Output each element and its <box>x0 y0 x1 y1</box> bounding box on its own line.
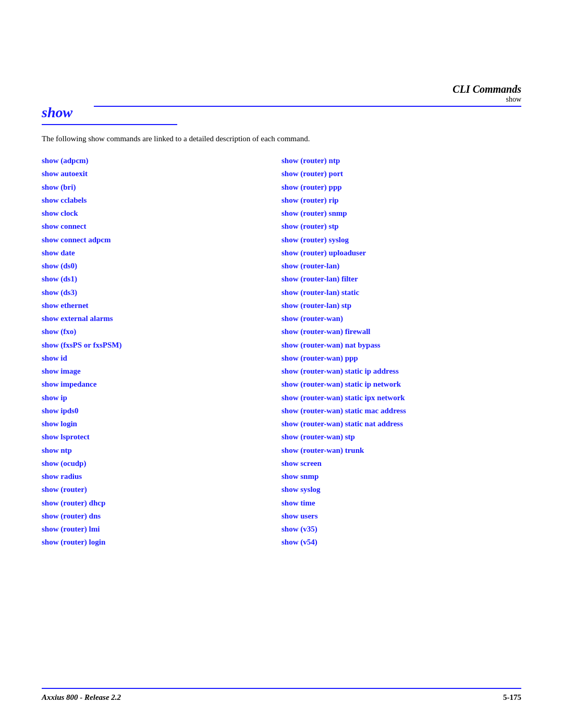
intro-text: The following show commands are linked t… <box>42 134 521 143</box>
cmd-right-24[interactable]: show snmp <box>282 471 521 483</box>
cmd-left-14[interactable]: show (fxsPS or fxsPSM) <box>42 339 282 351</box>
cmd-left-26[interactable]: show (router) dhcp <box>42 497 282 509</box>
cmd-right-23[interactable]: show screen <box>282 458 521 470</box>
cmd-right-29[interactable]: show (v54) <box>282 536 521 548</box>
cmd-left-0[interactable]: show (adpcm) <box>42 155 282 167</box>
cmd-right-8[interactable]: show (router-lan) <box>282 260 521 272</box>
cmd-left-6[interactable]: show connect adpcm <box>42 234 282 246</box>
cmd-right-16[interactable]: show (router-wan) static ip address <box>282 365 521 377</box>
cmd-right-6[interactable]: show (router) syslog <box>282 234 521 246</box>
cmd-right-0[interactable]: show (router) ntp <box>282 155 521 167</box>
cmd-right-14[interactable]: show (router-wan) nat bypass <box>282 339 521 351</box>
header-subtitle: show <box>94 95 521 104</box>
cmd-right-25[interactable]: show syslog <box>282 484 521 496</box>
cmd-right-4[interactable]: show (router) snmp <box>282 207 521 219</box>
cmd-right-12[interactable]: show (router-wan) <box>282 313 521 325</box>
cmd-left-1[interactable]: show autoexit <box>42 168 282 180</box>
cmd-left-12[interactable]: show external alarms <box>42 313 282 325</box>
footer-left: Axxius 800 - Release 2.2 <box>42 693 121 702</box>
cmd-right-21[interactable]: show (router-wan) stp <box>282 431 521 443</box>
cmd-left-7[interactable]: show date <box>42 247 282 259</box>
cmd-right-11[interactable]: show (router-lan) stp <box>282 300 521 312</box>
footer-line <box>42 688 521 689</box>
cmd-left-23[interactable]: show (ocudp) <box>42 458 282 470</box>
cmd-right-28[interactable]: show (v35) <box>282 523 521 535</box>
commands-col-left: show (adpcm)show autoexitshow (bri)show … <box>42 155 282 549</box>
cmd-left-27[interactable]: show (router) dns <box>42 510 282 522</box>
commands-col-right: show (router) ntpshow (router) portshow … <box>282 155 521 549</box>
cmd-left-29[interactable]: show (router) login <box>42 536 282 548</box>
page-title: show <box>42 104 521 121</box>
cmd-left-24[interactable]: show radius <box>42 471 282 483</box>
cmd-right-19[interactable]: show (router-wan) static mac address <box>282 405 521 417</box>
header-title: CLI Commands <box>94 83 521 95</box>
footer: Axxius 800 - Release 2.2 5-175 <box>42 688 521 702</box>
cmd-right-3[interactable]: show (router) rip <box>282 194 521 206</box>
cmd-left-10[interactable]: show (ds3) <box>42 287 282 299</box>
cmd-left-18[interactable]: show ip <box>42 392 282 404</box>
cmd-left-19[interactable]: show ipds0 <box>42 405 282 417</box>
cmd-left-13[interactable]: show (fxo) <box>42 326 282 338</box>
cmd-left-28[interactable]: show (router) lmi <box>42 523 282 535</box>
cmd-right-17[interactable]: show (router-wan) static ip network <box>282 378 521 390</box>
cmd-right-10[interactable]: show (router-lan) static <box>282 287 521 299</box>
cmd-left-2[interactable]: show (bri) <box>42 181 282 193</box>
cmd-left-4[interactable]: show clock <box>42 207 282 219</box>
cmd-left-22[interactable]: show ntp <box>42 445 282 456</box>
cmd-right-7[interactable]: show (router) uploaduser <box>282 247 521 259</box>
cmd-left-15[interactable]: show id <box>42 352 282 364</box>
cmd-right-26[interactable]: show time <box>282 497 521 509</box>
footer-right: 5-175 <box>503 693 521 702</box>
cmd-right-5[interactable]: show (router) stp <box>282 220 521 232</box>
page: CLI Commands show show The following sho… <box>0 0 563 728</box>
main-content: show The following show commands are lin… <box>42 104 521 549</box>
cmd-left-20[interactable]: show login <box>42 418 282 430</box>
cmd-right-20[interactable]: show (router-wan) static nat address <box>282 418 521 430</box>
cmd-right-9[interactable]: show (router-lan) filter <box>282 273 521 285</box>
cmd-left-5[interactable]: show connect <box>42 220 282 232</box>
cmd-left-21[interactable]: show lsprotect <box>42 431 282 443</box>
cmd-left-25[interactable]: show (router) <box>42 484 282 496</box>
cmd-left-11[interactable]: show ethernet <box>42 300 282 312</box>
cmd-right-13[interactable]: show (router-wan) firewall <box>282 326 521 338</box>
cmd-right-1[interactable]: show (router) port <box>282 168 521 180</box>
cmd-left-17[interactable]: show impedance <box>42 378 282 390</box>
cmd-right-18[interactable]: show (router-wan) static ipx network <box>282 392 521 404</box>
cmd-left-8[interactable]: show (ds0) <box>42 260 282 272</box>
cmd-right-2[interactable]: show (router) ppp <box>282 181 521 193</box>
footer-content: Axxius 800 - Release 2.2 5-175 <box>42 693 521 702</box>
cmd-right-15[interactable]: show (router-wan) ppp <box>282 352 521 364</box>
cmd-left-3[interactable]: show cclabels <box>42 194 282 206</box>
cmd-left-9[interactable]: show (ds1) <box>42 273 282 285</box>
header: CLI Commands show <box>94 83 521 107</box>
title-underline <box>42 124 177 125</box>
commands-container: show (adpcm)show autoexitshow (bri)show … <box>42 155 521 549</box>
cmd-left-16[interactable]: show image <box>42 365 282 377</box>
cmd-right-27[interactable]: show users <box>282 510 521 522</box>
cmd-right-22[interactable]: show (router-wan) trunk <box>282 445 521 456</box>
